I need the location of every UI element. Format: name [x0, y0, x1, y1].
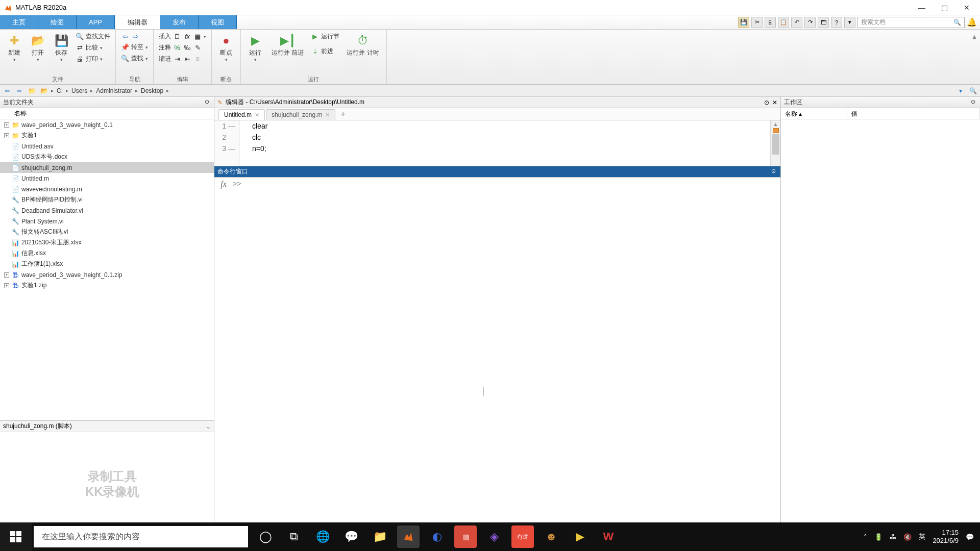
notification-icon[interactable]: 🔔 [967, 17, 977, 28]
task-view-icon[interactable]: ⧉ [283, 525, 305, 548]
expand-icon[interactable]: + [4, 133, 9, 138]
editor-tab[interactable]: shujuchuli_zong.m✕ [266, 109, 335, 120]
tray-chevron-icon[interactable]: ˄ [864, 533, 867, 541]
tray-network-icon[interactable]: 🖧 [890, 533, 896, 541]
file-row[interactable]: 🔧BP神经网络PID控制.vi [0, 194, 214, 205]
editor-tab[interactable]: Untitled.m✕ [218, 109, 265, 120]
help-dd-icon[interactable]: ▾ [844, 17, 855, 28]
addr-dropdown-icon[interactable]: ▾ [955, 86, 966, 95]
save-button[interactable]: 💾保存▾ [51, 32, 71, 64]
editor-close-icon[interactable]: ✕ [772, 99, 777, 106]
workspace-col-value[interactable]: 值 [847, 108, 980, 119]
file-row[interactable]: +🗜实验1.zip [0, 280, 214, 291]
breakpoints-button[interactable]: ●断点▾ [216, 32, 236, 64]
compare-button[interactable]: ⇄比较▾ [75, 43, 111, 53]
maximize-button[interactable]: ▢ [939, 4, 949, 12]
panel-menu-icon[interactable]: ⊙ [203, 98, 211, 107]
goto-button[interactable]: 📌转至▾ [120, 42, 149, 52]
command-input[interactable]: >> [233, 178, 780, 522]
taskbar-search-input[interactable]: 在这里输入你要搜索的内容 [34, 526, 248, 547]
paste-icon[interactable]: 📋 [778, 17, 789, 28]
vs-icon[interactable]: ◈ [483, 525, 505, 548]
minimize-button[interactable]: — [917, 4, 927, 12]
save-layout-icon[interactable]: 💾 [738, 17, 749, 28]
scroll-thumb[interactable] [772, 134, 779, 155]
details-collapse-icon[interactable]: ⌄ [206, 423, 211, 430]
add-tab-button[interactable]: + [336, 109, 349, 120]
run-time-button[interactable]: ⏱运行并 计时 [344, 32, 382, 58]
wps-icon[interactable]: W [597, 525, 620, 548]
fx-icon[interactable]: fx [214, 178, 233, 522]
file-row[interactable]: 📄UDS版本号.docx [0, 152, 214, 162]
tray-notifications-icon[interactable]: 💬 [966, 533, 974, 541]
tab-view[interactable]: 视图 [199, 15, 237, 29]
matlab-taskbar-icon[interactable] [397, 525, 420, 548]
workspace-columns[interactable]: 名称 ▴ 值 [781, 108, 980, 119]
explorer-icon[interactable]: 📁 [369, 525, 391, 548]
tab-editor[interactable]: 编辑器 [115, 15, 160, 29]
command-window[interactable]: fx >> [214, 178, 780, 522]
start-button[interactable] [0, 522, 32, 551]
file-row[interactable]: +📁wave_period_3_wave_height_0.1 [0, 119, 214, 130]
tray-clock[interactable]: 17:15 2021/6/9 [933, 529, 959, 545]
file-row[interactable]: 📄wavevectrinotesting.m [0, 184, 214, 194]
app-red-icon[interactable]: ▦ [454, 525, 477, 548]
advance-button[interactable]: ⇣前进 [310, 46, 340, 56]
close-button[interactable]: ✕ [962, 4, 972, 12]
workspace-col-name[interactable]: 名称 ▴ [781, 108, 847, 119]
comment-button[interactable]: 注释 % ‰ ✎ [158, 43, 207, 53]
find-button[interactable]: 🔍查找▾ [120, 54, 149, 63]
tab-plots[interactable]: 绘图 [38, 15, 77, 29]
redo-icon[interactable]: ↷ [804, 17, 816, 28]
youdao-icon[interactable]: 有道 [511, 525, 534, 548]
edge-icon[interactable]: 🌐 [311, 525, 334, 548]
indent-button[interactable]: 缩进 ⇥ ⇤ ≡ [158, 54, 207, 64]
tab-close-icon[interactable]: ✕ [325, 112, 330, 118]
file-row[interactable]: 🔧Deadband Simulator.vi [0, 205, 214, 216]
help-icon[interactable]: ? [831, 17, 842, 28]
print-button[interactable]: 🖨打印▾ [75, 54, 111, 64]
up-folder-icon[interactable]: 📁 [27, 86, 37, 95]
ribbon-collapse-icon[interactable]: ▴ [969, 30, 980, 84]
editor-code[interactable]: clearclcn=0; [240, 120, 770, 166]
eclipse-icon[interactable]: ◐ [426, 525, 448, 548]
back-icon[interactable]: ⇦ [2, 86, 12, 95]
file-row[interactable]: +📁实验1 [0, 130, 214, 141]
tray-volume-icon[interactable]: 🔇 [903, 533, 912, 541]
run-button[interactable]: ▶运行▾ [245, 32, 265, 64]
scroll-up-icon[interactable]: ▲ [773, 121, 778, 127]
nav-arrows[interactable]: ⇦⇨ [120, 32, 149, 41]
copy-icon[interactable]: ⎘ [765, 17, 776, 28]
editor-body[interactable]: 1 —2 —3 — clearclcn=0; ▲ [214, 120, 780, 166]
breadcrumb[interactable]: ▸ C:▸ Users▸ Administrator▸ Desktop▸ [51, 87, 169, 94]
file-row[interactable]: 📄shujuchuli_zong.m [0, 162, 214, 173]
editor-menu-icon[interactable]: ⊙ [764, 99, 769, 106]
cut-icon[interactable]: ✂ [751, 17, 763, 28]
file-row[interactable]: 📊信息.xlsx [0, 248, 214, 259]
fwd-icon[interactable]: ⇨ [14, 86, 24, 95]
tab-publish[interactable]: 发布 [160, 15, 199, 29]
tab-home[interactable]: 主页 [0, 15, 38, 29]
app-brown-icon[interactable]: ☻ [540, 525, 562, 548]
new-button[interactable]: ✚新建▾ [4, 32, 24, 64]
file-row[interactable]: 🔧报文转ASCII码.vi [0, 227, 214, 237]
file-column-header[interactable]: 名称 [0, 108, 214, 119]
file-row[interactable]: 📊工作簿1(1).xlsx [0, 259, 214, 269]
wechat-icon[interactable]: 💬 [340, 525, 362, 548]
browse-folder-icon[interactable]: 📂 [39, 86, 49, 95]
file-row[interactable]: +🗜wave_period_3_wave_height_0.1.zip [0, 269, 214, 280]
file-row[interactable]: 📄Untitled.asv [0, 141, 214, 152]
file-row[interactable]: 📄Untitled.m [0, 173, 214, 184]
expand-icon[interactable]: + [4, 283, 9, 288]
expand-icon[interactable]: + [4, 122, 9, 128]
tab-close-icon[interactable]: ✕ [255, 112, 259, 118]
doc-search-input[interactable]: 搜索文档 🔍 [857, 17, 965, 28]
potplayer-icon[interactable]: ▶ [569, 525, 591, 548]
run-advance-button[interactable]: ▶┃运行并 前进 [268, 32, 307, 58]
code-analyzer-indicator[interactable] [773, 128, 779, 133]
find-files-button[interactable]: 🔍查找文件 [75, 32, 111, 41]
tray-ime[interactable]: 英 [919, 532, 925, 541]
file-row[interactable]: 📊20210530-宋玉朋.xlsx [0, 237, 214, 248]
editor-scrollbar[interactable]: ▲ [770, 120, 780, 166]
cortana-icon[interactable]: ◯ [254, 525, 277, 548]
